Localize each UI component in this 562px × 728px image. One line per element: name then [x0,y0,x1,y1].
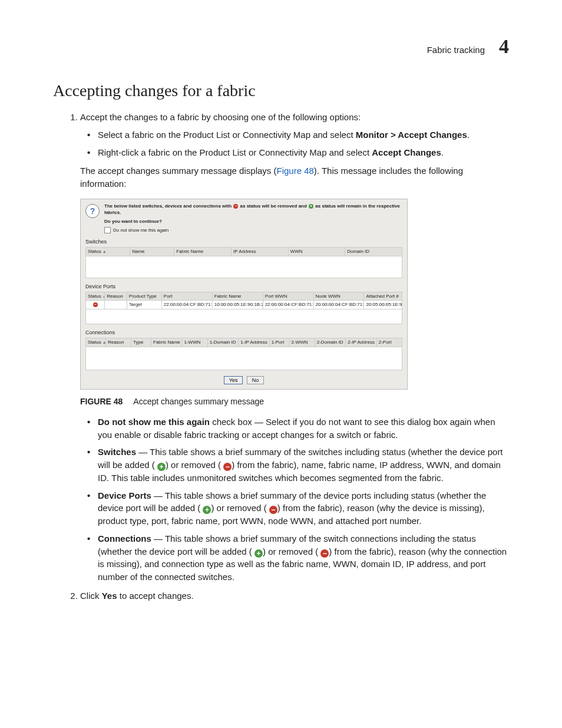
step-1-text: Accept the changes to a fabric by choosi… [80,112,361,122]
opt1-bold: Monitor > Accept Changes [356,130,467,140]
connections-label: Connections [85,329,402,337]
opt2-suffix: . [441,147,444,157]
dont-show-label: Do not show me this again [113,227,168,234]
step-2: Click Yes to accept changes. [80,589,509,602]
e0-bold: Do not show me this again [98,417,210,427]
no-button[interactable]: No [247,376,265,384]
para-pre: The accept changes summary message displ… [80,166,276,176]
cell-ptype: Target [127,301,161,309]
col-fabric[interactable]: Fabric Name [174,248,232,256]
figure-number: FIGURE 48 [80,397,123,406]
explain-deviceports: Device Ports — This table shows a brief … [98,489,509,528]
figure-48: ? The below listed switches, devices and… [80,199,509,407]
e2-mid: ) or removed ( [211,503,269,513]
plus-dot-icon: + [309,204,313,209]
plus-icon: + [157,463,166,471]
c-col-fabric[interactable]: Fabric Name [151,338,182,347]
yes-button[interactable]: Yes [224,376,243,384]
dp-col-reason[interactable]: Reason [105,292,127,301]
col-ip[interactable]: IP Address [232,248,289,256]
minus-dot-icon: − [93,302,98,307]
c-col-2port[interactable]: 2-Port [376,338,402,347]
col-domain[interactable]: Domain ID [345,248,402,256]
accept-changes-dialog: ? The below listed switches, devices and… [80,199,408,390]
msg-mid: as status will be removed and [239,203,308,209]
e3-mid: ) or removed ( [263,546,320,556]
step-list: Accept the changes to a fabric by choosi… [68,111,509,602]
col-wwn[interactable]: WWN [288,248,345,256]
option-context: Right-click a fabric on the Product List… [98,146,509,159]
dp-col-nwwn[interactable]: Node WWN [313,292,364,301]
minus-icon: − [320,549,329,558]
plus-icon: + [254,549,263,558]
figure-ref-link[interactable]: Figure 48 [276,166,313,176]
cell-pwwn: 22:00:00:04:CF:BD:71:1B [263,301,313,309]
plus-icon: + [203,506,211,514]
dp-col-port[interactable]: Port [161,292,212,301]
c-col-2dom[interactable]: 2-Domain ID [315,338,345,347]
c-col-status[interactable]: Status [86,338,106,347]
c-col-1wwn[interactable]: 1-WWN [182,338,207,347]
opt1-prefix: Select a fabric on the Product List or C… [98,130,356,140]
opt1-suffix: . [467,130,470,140]
page-header: Fabric tracking 4 [53,35,509,58]
cell-fabric: 10:00:00:05:1E:90:1B:27 [212,301,263,309]
figure-text: Accept changes summary message [133,397,264,406]
c-col-2wwn[interactable]: 2-WWN [289,338,315,347]
continue-question: Do you want to continue? [104,218,402,225]
opt2-bold: Accept Changes [372,147,441,157]
opt2-prefix: Right-click a fabric on the Product List… [98,147,372,157]
c-col-1dom[interactable]: 1-Domain ID [207,338,238,347]
header-title: Fabric tracking [427,45,485,55]
switches-label: Switches [85,238,402,246]
c-col-type[interactable]: Type [131,338,151,347]
option-menu: Select a fabric on the Product List or C… [98,129,509,141]
step-1-options: Select a fabric on the Product List or C… [80,129,509,159]
minus-icon: − [223,463,232,471]
table-row: − Target 22:00:00:04:CF:BD:71:1B 10:00:0… [86,301,402,309]
figure-caption: FIGURE 48Accept changes summary message [80,396,509,407]
dp-col-status[interactable]: Status [86,292,105,301]
step2-bold: Yes [102,591,117,601]
c-col-2ip[interactable]: 2-IP Address [346,338,376,347]
cell-nwwn: 20:00:00:04:CF:BD:71:1B [313,301,364,309]
explain-switches: Switches — This table shows a brief summ… [98,446,509,484]
dp-col-ptype[interactable]: Product Type [127,292,161,301]
switches-table: Status Name Fabric Name IP Address WWN D… [85,247,402,256]
msg-pre: The below listed switches, devices and c… [104,203,233,209]
c-col-1port[interactable]: 1-Port [269,338,289,347]
e3-bold: Connections [98,533,151,543]
deviceports-label: Device Ports [85,283,402,291]
page-title: Accepting changes for a fabric [53,81,509,100]
e1-mid: ) or removed ( [166,460,223,470]
cell-attached: 20:05:00:05:1E:90:52:FA [364,301,402,309]
c-col-reason[interactable]: Reason [105,338,131,347]
c-col-1ip[interactable]: 1-IP Address [239,338,269,347]
dont-show-checkbox[interactable] [104,227,111,233]
step2-pre: Click [80,591,102,601]
col-name[interactable]: Name [130,248,174,256]
dp-col-pwwn[interactable]: Port WWN [263,292,313,301]
chapter-number: 4 [499,35,509,58]
dp-col-attached[interactable]: Attached Port # [364,292,402,301]
minus-icon: − [269,506,277,514]
cell-reason [105,301,127,309]
dp-col-fabric[interactable]: Fabric Name [212,292,263,301]
step-1: Accept the changes to a fabric by choosi… [80,111,509,584]
minus-dot-icon: − [233,204,238,209]
connections-table: Status Reason Type Fabric Name 1-WWN 1-D… [85,338,402,347]
step2-post: to accept changes. [117,591,194,601]
summary-para: The accept changes summary message displ… [80,164,509,190]
help-icon: ? [85,204,100,218]
explain-connections: Connections — This table shows a brief s… [98,532,509,584]
e2-bold: Device Ports [98,490,151,500]
e1-bold: Switches [98,447,136,457]
explain-list: Do not show me this again check box — Se… [80,416,509,584]
explain-dontshow: Do not show me this again check box — Se… [98,416,509,442]
deviceports-table: Status Reason Product Type Port Fabric N… [85,292,402,309]
cell-port: 22:00:00:04:CF:BD:71:1B [161,301,212,309]
col-status[interactable]: Status [86,248,130,256]
